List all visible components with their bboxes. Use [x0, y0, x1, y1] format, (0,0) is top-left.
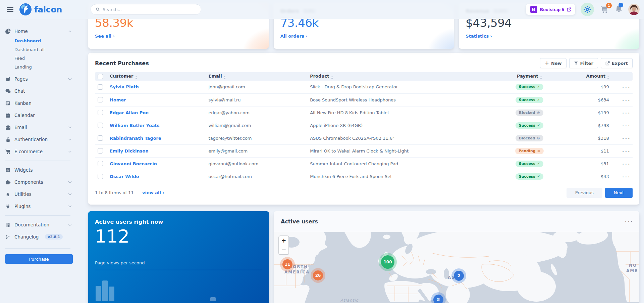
card-menu-button[interactable] [625, 220, 633, 223]
settings-button[interactable] [580, 2, 595, 17]
table-row: Edgar Allan Poe edgar@yahoo.com All-New … [95, 106, 633, 119]
zoom-out-button[interactable]: − [279, 245, 288, 254]
sidebar-item-ecommerce[interactable]: E commerce [5, 145, 73, 158]
filter-button[interactable]: Filter [569, 58, 598, 68]
pagination-summary: 1 to 8 Items of 11 — view all [95, 190, 164, 195]
sidebar-item-kanban[interactable]: Kanban [5, 97, 73, 109]
see-all-link[interactable]: See all [95, 34, 115, 39]
sidebar-item-dashboard[interactable]: Dashboard [5, 36, 73, 45]
email-cell: giovanni@outlook.com [206, 157, 308, 170]
column-header-email[interactable]: Email [206, 72, 308, 81]
cart-button[interactable]: 1 [599, 4, 609, 15]
sidebar-item-authentication[interactable]: Authentication [5, 133, 73, 145]
sidebar-item-chat[interactable]: Chat [5, 85, 73, 97]
new-button[interactable]: +New [540, 58, 566, 68]
customer-link[interactable]: Giovanni Boccaccio [110, 161, 157, 166]
bootstrap5-badge-button[interactable]: B Bootstrap 5 [526, 4, 575, 15]
row-menu-button[interactable] [623, 150, 630, 153]
sidebar-item-components[interactable]: Components [5, 176, 73, 188]
falcon-logo[interactable]: falcon [19, 3, 62, 15]
export-button[interactable]: Export [601, 58, 633, 68]
customer-link[interactable]: Homer [110, 97, 126, 102]
code-branch-icon [5, 234, 11, 240]
select-all-checkbox[interactable] [98, 74, 103, 79]
customer-link[interactable]: William Butler Yeats [110, 123, 159, 128]
sidebar-toggle-button[interactable] [3, 3, 17, 15]
bottom-row: Active users right now 112 Page views pe… [88, 211, 639, 303]
email-cell: john@gmail.com [206, 81, 308, 93]
filter-icon [574, 61, 578, 66]
amount-cell: $798 [558, 119, 612, 132]
next-button[interactable]: Next [605, 188, 633, 198]
row-menu-button[interactable] [623, 112, 630, 115]
table-row: Emily Dickinson emily@gmail.com Mirari O… [95, 144, 633, 157]
product-cell: ASUS Chromebook C202SA-YS02 11.6" [307, 132, 501, 144]
row-checkbox[interactable] [98, 174, 103, 179]
column-header-customer[interactable]: Customer [107, 72, 206, 81]
purchase-button[interactable]: Purchase [5, 254, 73, 264]
sidebar-item-utilities[interactable]: Utilities [5, 188, 73, 200]
row-checkbox[interactable] [98, 148, 103, 154]
main-content: 58.39k See all Orders 0.0% 73.46k All or… [77, 0, 644, 303]
sidebar-item-changelog[interactable]: Changelog v2.8.1 [5, 231, 73, 243]
sidebar-item-email[interactable]: Email [5, 121, 73, 133]
column-header-payment[interactable]: Payment [501, 72, 558, 81]
customer-link[interactable]: Emily Dickinson [110, 148, 149, 154]
map-marker[interactable]: 100 [381, 255, 394, 269]
divider [95, 270, 262, 270]
view-all-link[interactable]: view all [142, 190, 164, 195]
row-checkbox[interactable] [98, 110, 103, 115]
sidebar-item-pages[interactable]: Pages [5, 73, 73, 85]
customer-link[interactable]: Rabindranath Tagore [110, 136, 161, 141]
sidebar-item-feed[interactable]: Feed [5, 54, 73, 62]
chevron-down-icon [68, 125, 72, 129]
customer-link[interactable]: Oscar Wilde [110, 174, 139, 179]
customer-link[interactable]: Sylvia Plath [110, 84, 139, 89]
sidebar-item-widgets[interactable]: Widgets [5, 164, 73, 176]
map-label-north-america-right: NO [629, 263, 637, 268]
table-row: Oscar Wilde oscar@hotmail.com Munchkin 6… [95, 170, 633, 183]
sidebar-item-dashboard-alt[interactable]: Dashboard alt [5, 45, 73, 54]
sidebar-item-plugins[interactable]: Plugins [5, 200, 73, 212]
row-checkbox[interactable] [98, 161, 103, 166]
row-checkbox[interactable] [98, 135, 103, 141]
row-menu-button[interactable] [623, 99, 630, 102]
map-label-north-america-right-2: AME [626, 268, 638, 273]
search-input[interactable] [103, 7, 196, 12]
product-cell: Apple iPhone XR (64GB) [307, 119, 501, 132]
row-checkbox[interactable] [98, 84, 103, 90]
previous-button[interactable]: Previous [567, 188, 602, 198]
user-avatar[interactable] [628, 4, 640, 15]
row-menu-button[interactable] [623, 137, 630, 140]
external-link-icon [567, 7, 571, 12]
email-cell: william@gmail.com [206, 119, 308, 132]
map-marker[interactable]: 11 [282, 259, 292, 269]
chevron-down-icon [68, 192, 72, 196]
row-menu-button[interactable] [623, 124, 630, 128]
column-header-product[interactable]: Product [307, 72, 501, 81]
table-row: Rabindranath Tagore tagore@twitter.com A… [95, 132, 633, 144]
zoom-in-button[interactable]: + [279, 236, 288, 245]
sidebar-item-landing[interactable]: Landing [5, 62, 73, 71]
email-cell: sylvia@mail.ru [206, 93, 308, 106]
map-marker[interactable]: 8 [433, 295, 443, 303]
customer-link[interactable]: Edgar Allan Poe [110, 110, 149, 115]
map-marker[interactable]: 2 [454, 271, 464, 281]
sidebar-item-documentation[interactable]: Documentation [5, 219, 73, 231]
all-orders-link[interactable]: All orders [280, 34, 307, 39]
map-marker[interactable]: 26 [313, 270, 323, 280]
notifications-button[interactable] [614, 4, 624, 15]
row-menu-button[interactable] [623, 175, 630, 179]
column-header-amount[interactable]: Amount [558, 72, 612, 81]
sidebar-item-home[interactable]: Home [5, 26, 73, 36]
row-checkbox[interactable] [98, 123, 103, 128]
row-menu-button[interactable] [623, 163, 630, 166]
world-map[interactable]: NORTH AMERICA NO AME AS Atlantic + − 11 … [274, 232, 639, 303]
statistics-link[interactable]: Statistics [466, 34, 492, 39]
table-row: Homer sylvia@mail.ru Bose SoundSport Wir… [95, 93, 633, 106]
row-checkbox[interactable] [98, 97, 103, 102]
sidebar-item-calendar[interactable]: Calendar [5, 109, 73, 121]
table-row: Giovanni Boccaccio giovanni@outlook.com … [95, 157, 633, 170]
row-menu-button[interactable] [623, 86, 630, 89]
sort-icon [135, 76, 137, 79]
